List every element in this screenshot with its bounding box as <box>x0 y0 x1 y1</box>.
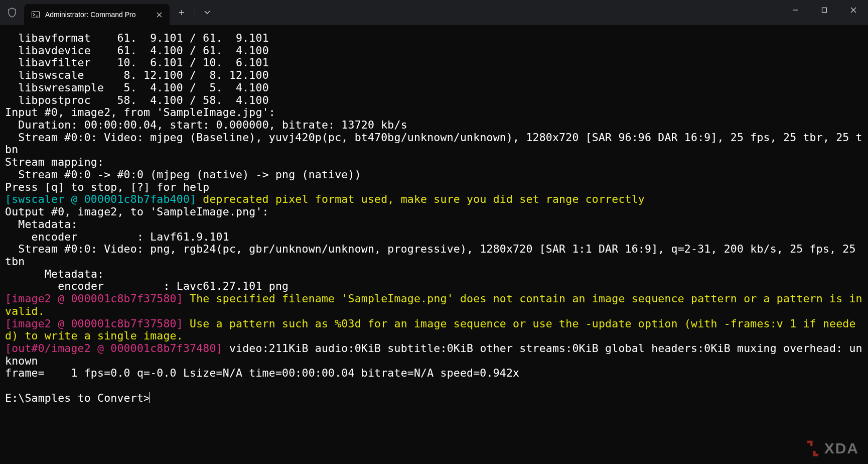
terminal-line: [out#0/image2 @ 000001c8b7f37480] video:… <box>5 342 863 367</box>
close-window-button[interactable] <box>839 0 868 20</box>
terminal-line: Metadata: <box>5 268 863 281</box>
terminal-line: Stream mapping: <box>5 156 863 169</box>
watermark: XDA <box>804 440 859 457</box>
shield-icon <box>0 0 24 25</box>
terminal-line: Press [q] to stop, [?] for help <box>5 181 863 194</box>
terminal-line: Duration: 00:00:00.04, start: 0.000000, … <box>5 119 863 132</box>
terminal-icon <box>31 10 40 19</box>
tab-active[interactable]: Administrator: Command Pro <box>24 4 170 25</box>
divider <box>195 7 195 18</box>
tab-dropdown-button[interactable] <box>197 3 217 23</box>
title-bar: Administrator: Command Pro <box>0 0 868 25</box>
maximize-button[interactable] <box>810 0 839 20</box>
terminal-line: [swscaler @ 000001c8b7fab400] deprecated… <box>5 193 863 206</box>
terminal-line: Output #0, image2, to 'SampleImage.png': <box>5 206 863 218</box>
terminal-line: libswresample 5. 4.100 / 5. 4.100 <box>5 82 863 94</box>
tab-title: Administrator: Command Pro <box>45 11 150 19</box>
terminal-line: Input #0, image2, from 'SampleImage.jpg'… <box>5 106 863 119</box>
terminal-line: frame= 1 fps=0.0 q=-0.0 Lsize=N/A time=0… <box>5 367 863 380</box>
terminal-line: libavformat 61. 9.101 / 61. 9.101 <box>5 32 863 45</box>
new-tab-button[interactable] <box>172 3 192 23</box>
svg-rect-1 <box>822 8 827 13</box>
terminal-line: Metadata: <box>5 218 863 231</box>
watermark-icon <box>804 440 821 457</box>
svg-rect-0 <box>32 12 40 18</box>
terminal-line: libpostproc 58. 4.100 / 58. 4.100 <box>5 94 863 107</box>
prompt-line[interactable]: E:\Samples to Convert> <box>5 392 863 405</box>
terminal-line: encoder : Lavc61.27.101 png <box>5 280 863 293</box>
terminal-line: libavdevice 61. 4.100 / 61. 4.100 <box>5 45 863 57</box>
minimize-button[interactable] <box>781 0 810 20</box>
terminal-line: libavfilter 10. 6.101 / 10. 6.101 <box>5 57 863 69</box>
terminal-line: encoder : Lavf61.9.101 <box>5 231 863 244</box>
terminal-line <box>5 380 863 392</box>
terminal-line: Stream #0:0 -> #0:0 (mjpeg (native) -> p… <box>5 169 863 181</box>
terminal-line: [image2 @ 000001c8b7f37580] Use a patter… <box>5 318 863 342</box>
close-tab-button[interactable] <box>155 12 164 18</box>
terminal-output[interactable]: libavformat 61. 9.101 / 61. 9.101 libavd… <box>0 25 868 405</box>
terminal-line: Stream #0:0: Video: png, rgb24(pc, gbr/u… <box>5 243 863 268</box>
terminal-line: [image2 @ 000001c8b7f37580] The specifie… <box>5 293 863 317</box>
watermark-text: XDA <box>824 440 859 457</box>
terminal-line: libswscale 8. 12.100 / 8. 12.100 <box>5 69 863 82</box>
window-controls <box>781 0 868 25</box>
terminal-line: Stream #0:0: Video: mjpeg (Baseline), yu… <box>5 132 863 156</box>
